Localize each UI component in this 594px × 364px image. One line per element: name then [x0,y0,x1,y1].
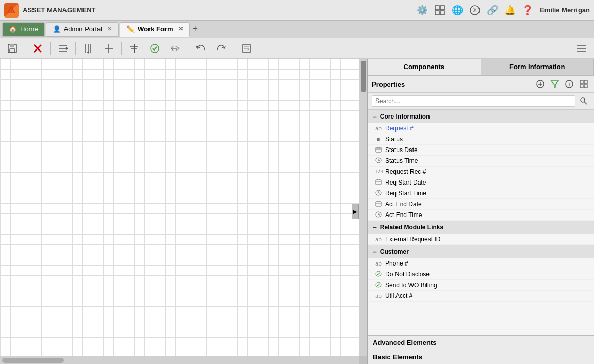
page-button[interactable]: 1 [237,41,256,56]
add-col-button[interactable] [100,41,118,56]
collapse-customer-icon[interactable]: – [373,247,377,256]
scrollbar-bottom[interactable] [0,356,359,364]
canvas-area[interactable]: ▶ [0,59,367,364]
separator-4 [121,42,122,55]
bell-icon[interactable]: 🔔 [503,3,517,18]
undo-button[interactable] [191,41,210,56]
tab-workform-label: Work Form [138,25,173,33]
search-icon[interactable] [578,95,590,107]
top-bar: ASSET MANAGEMENT ⚙️ 🌐 ✳ 🔗 🔔 ❓ Emilie Mer… [0,0,594,21]
prop-external-request-id[interactable]: ab External Request ID [368,234,594,245]
basic-elements-section[interactable]: Basic Elements [368,350,594,364]
grid-icon[interactable] [433,3,447,18]
prop-req-start-time-label: Req Start Time [385,190,426,197]
svg-rect-58 [376,180,381,185]
prop-do-not-disclose-label: Do Not Disclose [385,271,430,278]
canvas-grid[interactable] [0,59,359,356]
add-property-icon[interactable] [534,78,547,90]
status-time-icon [375,157,382,164]
menu-button[interactable] [572,41,591,56]
tab-form-information[interactable]: Form Information [481,59,595,75]
svg-marker-16 [66,47,68,50]
format-button[interactable] [125,41,143,56]
scrollbar-thumb[interactable] [2,358,64,363]
collapse-core-icon[interactable]: – [373,112,377,121]
user-name: Emilie Merrigan [540,6,590,14]
prop-util-acct[interactable]: ab Util Acct # [368,291,594,302]
prop-request-num[interactable]: ab Request # [368,123,594,134]
tab-components[interactable]: Components [368,59,481,75]
svg-rect-4 [435,11,439,15]
properties-search-input[interactable] [372,95,575,107]
svg-rect-46 [584,80,587,84]
svg-line-71 [378,214,380,215]
svg-rect-51 [376,147,381,152]
globe-icon[interactable]: 🌐 [450,3,465,18]
advanced-elements-section[interactable]: Advanced Elements [368,335,594,350]
prop-act-end-date-label: Act End Date [385,201,422,208]
prop-util-acct-label: Util Acct # [385,292,412,300]
collapse-panel-button[interactable]: ▶ [352,204,359,219]
act-end-date-icon [375,201,382,208]
prop-phone[interactable]: ab Phone # [368,258,594,269]
prop-req-start-date[interactable]: Req Start Date [368,177,594,188]
tab-admin-close[interactable]: ✕ [107,26,112,32]
link-icon[interactable]: 🔗 [485,3,500,18]
filter-icon[interactable] [549,78,561,90]
tab-home[interactable]: 🏠 Home [2,22,45,37]
top-icons-group: ⚙️ 🌐 ✳ 🔗 🔔 ❓ Emilie Merrigan [415,3,590,18]
prop-status[interactable]: ≡ Status [368,134,594,145]
prop-status-date-label: Status Date [385,146,418,154]
svg-point-26 [151,44,159,53]
properties-list[interactable]: – Core Information ab Request # ≡ Status… [368,110,594,335]
rows-button[interactable] [54,41,72,56]
cols-button[interactable] [79,41,97,56]
info-icon[interactable]: i [563,78,575,90]
grid-view-icon[interactable] [578,78,590,90]
svg-text:i: i [569,81,570,87]
svg-rect-2 [435,6,439,10]
toolbar: 1 [0,38,594,59]
scrollbar-right[interactable] [359,59,367,356]
send-to-wo-icon [375,282,382,289]
req-start-time-icon [375,190,382,197]
properties-toolbar: Properties i [368,76,594,93]
prop-req-start-date-label: Req Start Date [385,179,426,186]
delete-button[interactable] [28,41,47,56]
asterisk-icon[interactable]: ✳ [468,3,482,18]
prop-request-rec[interactable]: 123 Request Rec # [368,167,594,177]
section-header-core: – Core Information [368,110,594,123]
prop-status-time-label: Status Time [385,157,418,164]
svg-point-49 [581,98,585,102]
scroll-corner [359,356,367,364]
prop-act-end-time[interactable]: Act End Time [368,210,594,221]
svg-point-72 [376,271,381,276]
tab-workform[interactable]: ✏️ Work Form ✕ [120,22,189,37]
prop-send-to-wo-billing[interactable]: Send to WO Billing [368,280,594,291]
collapse-related-icon[interactable]: – [373,223,377,231]
separator-6 [234,42,234,55]
prop-req-start-time[interactable]: Req Start Time [368,188,594,199]
redo-button[interactable] [212,41,230,56]
check-button[interactable] [145,41,164,56]
svg-text:1: 1 [248,48,250,53]
save-button[interactable] [3,41,22,56]
svg-point-73 [376,282,381,287]
settings-icon[interactable]: ⚙️ [415,3,430,18]
home-icon: 🏠 [9,25,17,33]
section-customer-label: Customer [380,248,409,255]
prop-status-time[interactable]: Status Time [368,156,594,167]
tab-workform-close[interactable]: ✕ [178,26,183,32]
svg-rect-65 [376,202,381,206]
prop-act-end-date[interactable]: Act End Date [368,199,594,210]
prop-phone-label: Phone # [385,260,408,267]
help-icon[interactable]: ❓ [520,3,535,18]
prop-status-date[interactable]: Status Date [368,145,594,156]
tab-admin[interactable]: 👤 Admin Portal ✕ [46,22,119,37]
prop-status-label: Status [385,136,403,143]
request-rec-icon: 123 [375,169,382,174]
flow-button[interactable] [166,41,185,56]
tab-add-button[interactable]: + [191,24,201,35]
svg-text:✳: ✳ [472,7,477,14]
prop-do-not-disclose[interactable]: Do Not Disclose [368,269,594,280]
